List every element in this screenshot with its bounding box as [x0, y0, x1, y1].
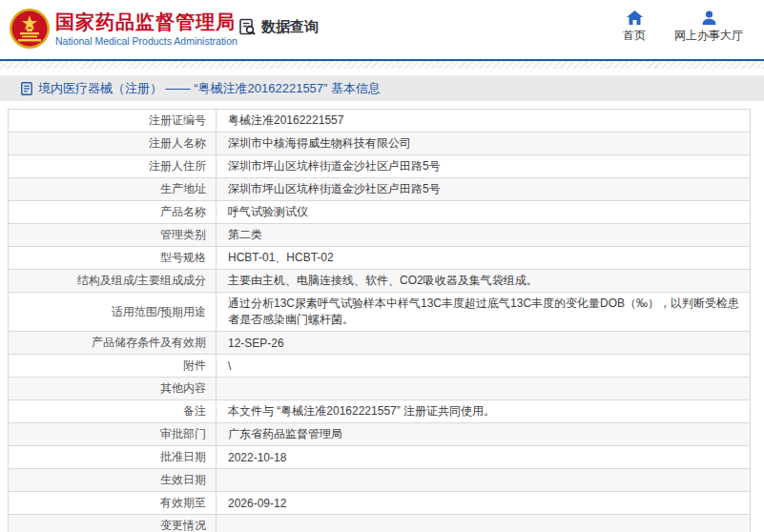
row-value: 2026-09-12: [228, 497, 286, 510]
row-label: 注册人住所: [149, 159, 206, 173]
row-value-cell: 2022-10-18: [217, 446, 751, 469]
row-value-cell: 第二类: [217, 224, 751, 247]
row-label-cell: 产品名称: [9, 201, 217, 224]
row-label: 生产地址: [160, 182, 206, 195]
row-label: 适用范围/预期用途: [112, 305, 206, 318]
row-value-cell: [217, 469, 751, 492]
row-value: 广东省药品监督管理局: [228, 427, 342, 440]
table-row: 批准日期 2022-10-18: [9, 446, 751, 469]
row-label: 产品储存条件及有效期: [92, 336, 206, 349]
national-emblem-logo: [9, 8, 51, 50]
row-value: 深圳市中核海得威生物科技有限公司: [228, 136, 411, 150]
row-label: 有效期至: [160, 496, 206, 509]
row-value: 呼气试验测试仪: [228, 205, 308, 218]
row-value-cell: HCBT-01、HCBT-02: [217, 247, 751, 270]
row-label-cell: 型号规格: [9, 247, 217, 270]
table-row: 适用范围/预期用途 通过分析13C尿素呼气试验样本中样气13C丰度超过底气13C…: [9, 293, 751, 332]
row-value-cell: 广东省药品监督管理局: [217, 423, 751, 446]
breadcrumb-title-bar: 境内医疗器械（注册） —— “粤械注准20162221557” 基本信息: [0, 75, 764, 101]
row-value: 粤械注准20162221557: [228, 113, 343, 127]
row-label-cell: 产品储存条件及有效期: [9, 332, 217, 355]
nav-service-hall-label: 网上办事大厅: [674, 28, 743, 44]
row-value: 2022-10-18: [228, 451, 286, 464]
row-value-cell: 呼气试验测试仪: [217, 201, 751, 224]
page-header: 国家药品监督管理局 National Medical Products Admi…: [0, 0, 764, 59]
row-label-cell: 附件: [9, 355, 217, 378]
row-label: 产品名称: [160, 205, 206, 218]
row-label-cell: 注册证编号: [9, 110, 217, 133]
nav-home-label: 首页: [623, 28, 646, 44]
hatch-band: [0, 61, 764, 69]
table-row: 结构及组成/主要组成成分 主要由主机、电脑连接线、软件、CO2吸收器及集气袋组成…: [9, 270, 751, 293]
row-label-cell: 结构及组成/主要组成成分: [9, 270, 217, 293]
row-label: 结构及组成/主要组成成分: [77, 274, 206, 287]
row-label-cell: 备注: [9, 400, 217, 423]
row-value: 通过分析13C尿素呼气试验样本中样气13C丰度超过底气13C丰度的变化量DOB（…: [228, 297, 739, 326]
row-value-cell: [217, 515, 751, 532]
table-row: 其他内容: [9, 378, 751, 400]
row-value-cell: 12-SEP-26: [217, 332, 751, 355]
row-label-cell: 生产地址: [9, 178, 217, 201]
table-row: 注册人名称 深圳市中核海得威生物科技有限公司: [9, 133, 751, 155]
row-label: 注册证编号: [149, 113, 206, 127]
row-label: 审批部门: [160, 427, 206, 440]
row-label-cell: 审批部门: [9, 423, 217, 446]
table-row: 附件 \: [9, 355, 751, 378]
row-value-cell: 主要由主机、电脑连接线、软件、CO2吸收器及集气袋组成。: [217, 270, 751, 293]
row-label: 附件: [183, 358, 206, 372]
table-row: 产品储存条件及有效期 12-SEP-26: [9, 332, 751, 355]
document-search-icon: [238, 18, 257, 36]
row-label-cell: 注册人名称: [9, 133, 217, 155]
row-value: 深圳市坪山区坑梓街道金沙社区卢田路5号: [228, 182, 441, 195]
table-row: 审批部门 广东省药品监督管理局: [9, 423, 751, 446]
row-label: 变更情况: [160, 519, 206, 532]
row-value: 本文件与 “粤械注准20162221557” 注册证共同使用。: [228, 404, 495, 418]
row-value: HCBT-01、HCBT-02: [228, 251, 334, 264]
nav-item-home[interactable]: 首页: [623, 10, 646, 44]
table-row: 注册证编号 粤械注准20162221557: [9, 110, 751, 133]
row-value-cell: 深圳市坪山区坑梓街道金沙社区卢田路5号: [217, 178, 751, 201]
row-value-cell: \: [217, 355, 751, 378]
row-label-cell: 有效期至: [9, 492, 217, 515]
row-label-cell: 管理类别: [9, 224, 217, 247]
row-label: 备注: [183, 404, 206, 418]
table-row: 注册人住所 深圳市坪山区坑梓街道金沙社区卢田路5号: [9, 155, 751, 178]
row-label-cell: 注册人住所: [9, 155, 217, 178]
row-value: \: [228, 359, 231, 373]
row-label: 型号规格: [160, 251, 206, 264]
registration-info-table: 注册证编号 粤械注准20162221557 注册人名称 深圳市中核海得威生物科技…: [8, 109, 751, 532]
row-label-cell: 变更情况: [9, 515, 217, 532]
row-label: 生效日期: [160, 473, 206, 486]
nav-item-service-hall[interactable]: 网上办事大厅: [674, 10, 743, 44]
table-row: 变更情况: [9, 515, 751, 532]
row-label-cell: 批准日期: [9, 446, 217, 469]
row-value-cell: 2026-09-12: [217, 492, 751, 515]
row-value: 主要由主机、电脑连接线、软件、CO2吸收器及集气袋组成。: [228, 274, 538, 287]
row-value-cell: [217, 378, 751, 400]
row-label: 其他内容: [160, 381, 206, 395]
row-label: 批准日期: [160, 450, 206, 463]
row-value: 第二类: [228, 228, 262, 241]
table-row: 生效日期: [9, 469, 751, 492]
table-row: 备注 本文件与 “粤械注准20162221557” 注册证共同使用。: [9, 400, 751, 423]
row-value-cell: 深圳市中核海得威生物科技有限公司: [217, 133, 751, 155]
top-nav: 首页 网上办事大厅: [623, 10, 743, 44]
table-row: 有效期至 2026-09-12: [9, 492, 751, 515]
row-label-cell: 适用范围/预期用途: [9, 293, 217, 332]
table-row: 产品名称 呼气试验测试仪: [9, 201, 751, 224]
row-value-cell: 深圳市坪山区坑梓街道金沙社区卢田路5号: [217, 155, 751, 178]
row-value-cell: 本文件与 “粤械注准20162221557” 注册证共同使用。: [217, 400, 751, 423]
row-label-cell: 生效日期: [9, 469, 217, 492]
user-icon: [702, 10, 716, 25]
agency-title-block: 国家药品监督管理局 National Medical Products Admi…: [55, 10, 237, 47]
table-row: 管理类别 第二类: [9, 224, 751, 247]
home-icon: [627, 10, 643, 25]
agency-name-en: National Medical Products Administration: [55, 35, 237, 47]
agency-name-cn: 国家药品监督管理局: [55, 10, 237, 33]
data-query-menu[interactable]: 数据查询: [238, 18, 319, 36]
row-label: 注册人名称: [149, 136, 206, 150]
row-value-cell: 粤械注准20162221557: [217, 110, 751, 133]
row-value-cell: 通过分析13C尿素呼气试验样本中样气13C丰度超过底气13C丰度的变化量DOB（…: [217, 293, 751, 332]
row-value: 深圳市坪山区坑梓街道金沙社区卢田路5号: [228, 159, 441, 173]
page-doc-icon: [21, 82, 32, 95]
